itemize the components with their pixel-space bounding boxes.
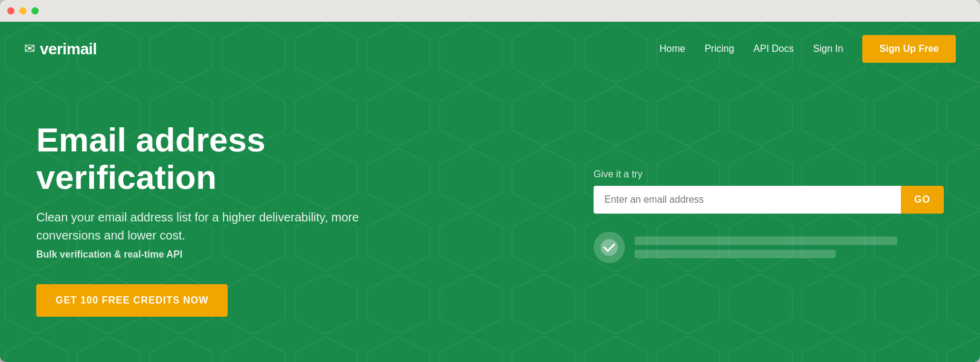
navbar: ✉ verimail Home Pricing API Docs Sign In…: [0, 22, 980, 76]
close-button[interactable]: [7, 7, 14, 14]
result-bar-2: [635, 250, 836, 258]
hero-tagline: Bulk verification & real-time API: [36, 249, 399, 260]
logo-text: verimail: [40, 40, 97, 59]
home-link[interactable]: Home: [659, 43, 685, 54]
minimize-button[interactable]: [19, 7, 27, 14]
checkmark-circle: [594, 232, 625, 263]
logo-icon: ✉: [24, 41, 35, 57]
hero-subtitle: Clean your email address list for a high…: [36, 208, 399, 244]
sign-in-link[interactable]: Sign In: [813, 43, 844, 54]
nav-links: Home Pricing API Docs Sign In Sign Up Fr…: [659, 35, 956, 63]
cta-button[interactable]: GET 100 FREE CREDITS NOW: [36, 284, 228, 317]
signup-button[interactable]: Sign Up Free: [862, 35, 956, 63]
svg-point-0: [601, 239, 618, 256]
pricing-link[interactable]: Pricing: [705, 43, 734, 54]
result-bars: [635, 237, 944, 258]
hero-title: Email address verification: [36, 121, 399, 195]
result-area: [594, 226, 944, 269]
result-bar-1: [635, 237, 897, 245]
go-button[interactable]: GO: [901, 186, 944, 214]
hero-right: Give it a try GO: [594, 169, 944, 269]
hero-left: Email address verification Clean your em…: [36, 121, 399, 316]
page: ✉ verimail Home Pricing API Docs Sign In…: [0, 22, 980, 362]
checkmark-icon: [601, 239, 618, 256]
email-input[interactable]: [594, 186, 901, 214]
try-label: Give it a try: [594, 169, 944, 180]
api-docs-link[interactable]: API Docs: [754, 43, 794, 54]
logo: ✉ verimail: [24, 40, 97, 59]
maximize-button[interactable]: [31, 7, 39, 14]
browser-window: ✉ verimail Home Pricing API Docs Sign In…: [0, 0, 980, 362]
hero: Email address verification Clean your em…: [0, 76, 980, 362]
browser-chrome: [0, 0, 980, 22]
email-input-row: GO: [594, 186, 944, 214]
